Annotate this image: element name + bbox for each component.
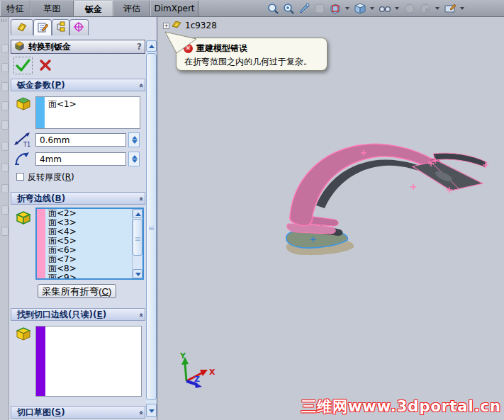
fly-through-icon[interactable] (297, 2, 310, 16)
section-view-icon[interactable] (328, 2, 342, 16)
reverse-thickness-checkbox[interactable] (16, 173, 24, 181)
fixed-face-cube-icon (16, 96, 31, 110)
sheet-metal-part-icon (16, 21, 28, 34)
configuration-manager-icon (55, 21, 67, 35)
collapse-chevron-icon[interactable]: « (138, 312, 145, 316)
sheet-metal-model[interactable] (279, 137, 496, 259)
display-style-icon[interactable] (378, 2, 391, 16)
section-header-rip-edges[interactable]: 找到切口边线(只读)(E) « (11, 308, 145, 321)
balloon-pointer (162, 28, 204, 57)
rip-edges-color-bar (36, 327, 45, 396)
collapse-chevron-icon[interactable]: « (138, 196, 145, 200)
scroll-thumb[interactable] (133, 219, 142, 256)
section-header-bend-edges[interactable]: 折弯边线(B) « (11, 192, 145, 205)
clipped-toolbar-icon (1, 63, 9, 72)
list-scrollbar[interactable] (132, 209, 142, 278)
clipped-toolbar-icon (1, 82, 9, 91)
property-manager-title: 转换到钣金 ? (11, 40, 145, 54)
bend-radius-input[interactable]: 4mm (35, 152, 126, 166)
edit-appearance-icon[interactable] (443, 2, 457, 16)
fixed-face-value[interactable]: 面<1> (45, 97, 77, 128)
rip-edges-listbox[interactable] (35, 326, 142, 397)
scroll-down-button[interactable] (133, 269, 142, 278)
dimxpert-crosshair-icon (73, 21, 85, 35)
svg-text:T1: T1 (23, 142, 30, 147)
clipped-toolbar-icon (1, 227, 9, 236)
collapse-chevron-icon[interactable]: « (138, 410, 145, 414)
section-view-disabled-icon (313, 2, 326, 16)
tab-features[interactable]: 特征 (0, 1, 30, 16)
section-header-rip-sketches[interactable]: 切口草图(S) « (11, 406, 145, 419)
thickness-input[interactable]: 0.6mm (35, 133, 126, 147)
collect-all-bends-button[interactable]: 采集所有折弯(C) (38, 284, 116, 298)
zoom-to-area-icon[interactable] (281, 2, 295, 16)
view-toolbar (266, 1, 466, 16)
error-message: 在折弯范围之内的几何过于复杂。 (184, 56, 321, 68)
graphics-viewport[interactable]: + 1c9328 ✕ 重建模型错误 在折弯范围之内的几何过于复杂。 (157, 17, 504, 420)
tab-sketch[interactable]: 草图 (30, 1, 74, 16)
convert-to-sheetmetal-icon (14, 41, 25, 53)
shadows-disabled-icon (403, 2, 416, 16)
realview-disabled-icon (418, 2, 432, 16)
tab-evaluate[interactable]: 评估 (113, 1, 150, 16)
view-orientation-dropdown[interactable] (370, 7, 374, 10)
toolbar-drag-handle[interactable] (1, 19, 8, 22)
cancel-button[interactable] (39, 59, 52, 74)
rip-edges-cube-icon (16, 327, 31, 341)
property-manager-icon (37, 21, 49, 35)
bend-radius-icon (13, 151, 32, 165)
bend-radius-stepper[interactable] (128, 152, 140, 166)
clipped-toolbar-icon (1, 120, 9, 130)
tab-configuration-manager[interactable] (52, 19, 69, 35)
clipped-toolbar-icon (1, 44, 9, 53)
clipped-toolbar-icon (1, 163, 9, 172)
clipped-toolbar-icon (1, 101, 9, 110)
tab-sheet-metal[interactable]: 钣金 (74, 1, 113, 16)
command-manager-tabbar: 特征 草图 钣金 评估 DimXpert (0, 0, 504, 17)
tab-property-manager[interactable] (33, 19, 52, 35)
panel-scroll-up-button[interactable] (146, 40, 157, 52)
display-style-dropdown[interactable] (395, 7, 399, 10)
ok-button[interactable] (13, 57, 33, 74)
coordinate-triad: Y X Z (176, 348, 220, 392)
triad-x-label: X (209, 368, 215, 377)
triad-y-label: Y (179, 351, 186, 361)
section-header-sheet-metal-params[interactable]: 钣金参数(P) « (11, 79, 145, 91)
tab-feature-manager[interactable] (11, 19, 33, 35)
realview-dropdown[interactable] (435, 7, 439, 10)
page-title: 转换到钣金 (28, 41, 71, 53)
bend-edges-color-bar (37, 209, 45, 278)
reverse-thickness-label[interactable]: 反转厚度(R) (28, 171, 74, 183)
section-view-dropdown[interactable] (345, 7, 349, 10)
bend-edges-listbox[interactable]: 面<2>面<3>面<4>面<5>面<6>面<7>面<8>面<9> (35, 208, 144, 280)
panel-scroll-thumb[interactable] (146, 53, 157, 400)
bend-edges-cube-icon (16, 210, 31, 225)
triad-z-label: Z (194, 375, 200, 384)
solidworks-window: 特征 草图 钣金 评估 DimXpert (0, 0, 504, 420)
thickness-stepper[interactable] (128, 132, 140, 147)
bend-edge-list-item[interactable]: 面<9> (45, 273, 132, 278)
fixed-face-color-bar (36, 97, 45, 128)
zoom-to-fit-icon[interactable] (266, 2, 279, 16)
clipped-toolbar-icon (1, 205, 9, 215)
left-toolbar-strip (0, 17, 9, 420)
clipped-toolbar-icon (1, 184, 9, 193)
view-orientation-icon[interactable] (353, 2, 366, 16)
help-button[interactable]: ? (137, 42, 142, 52)
fixed-face-listbox[interactable]: 面<1> (35, 96, 140, 129)
panel-scroll-down-button[interactable] (146, 404, 157, 417)
watermark: 三维网www.3dportal.cn (301, 397, 501, 416)
bend-face[interactable] (290, 144, 442, 225)
thickness-icon: T1 (13, 132, 33, 146)
clipped-toolbar-icon (1, 142, 9, 151)
tab-dimxpert-manager[interactable] (69, 19, 89, 35)
tab-dimxpert[interactable]: DimXpert (150, 1, 198, 16)
edit-appearance-dropdown[interactable] (460, 7, 464, 10)
scroll-up-button[interactable] (133, 209, 142, 218)
property-manager-panel: 转换到钣金 ? 钣金参数(P) « 面<1> T1 0.6mm 4mm (9, 17, 157, 420)
collapse-chevron-icon[interactable]: « (138, 83, 145, 86)
